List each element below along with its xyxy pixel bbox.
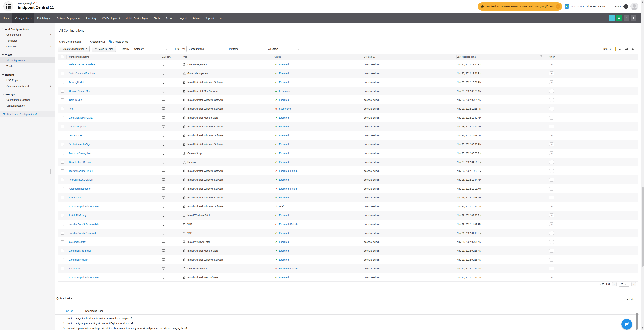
status-label[interactable]: Executed	[279, 249, 289, 252]
content-scrollbar-thumb[interactable]	[636, 313, 638, 330]
configuration-link[interactable]: ZohoMailUpdate	[69, 125, 86, 128]
radio-label[interactable]: Created by All	[90, 40, 105, 43]
row-actions-button[interactable]: ⋯	[549, 267, 554, 270]
row-checkbox[interactable]	[61, 161, 64, 164]
scroll-up-icon[interactable]	[642, 1, 644, 3]
table-row[interactable]: ZohoMailUpdateInstall/Uninstall Windows …	[58, 122, 638, 131]
quick-link-item[interactable]: 3. How do I deploy custom wallpapers to …	[63, 326, 187, 330]
configuration-link[interactable]: Scolastra ArubaSign	[69, 143, 90, 146]
create-configuration-button[interactable]: + Create Configuration	[58, 46, 90, 52]
row-checkbox[interactable]	[61, 214, 64, 217]
configuration-link[interactable]: Update_Skype_Mac	[69, 90, 90, 92]
status-label[interactable]: Executed (Failed)	[279, 267, 298, 270]
status-label[interactable]: Executed	[279, 232, 289, 234]
row-actions-button[interactable]: ⋯	[549, 160, 554, 164]
configuration-link[interactable]: Test	[69, 108, 74, 110]
row-checkbox[interactable]	[61, 72, 64, 75]
feedback-banner[interactable]: Your feedback matters! Review us on G2 a…	[478, 2, 562, 10]
configuration-link[interactable]: Zohomail Installer	[69, 258, 88, 261]
configuration-link[interactable]: BlockUsbStorageMac	[69, 152, 92, 155]
row-actions-button[interactable]: ⋯	[549, 213, 554, 217]
column-header-action[interactable]: Action	[548, 55, 638, 59]
status-label[interactable]: Executed	[279, 116, 289, 119]
nav-lightning-icon[interactable]	[631, 15, 636, 21]
nav-tab-agent[interactable]: Agent	[177, 13, 190, 23]
configuration-link[interactable]: Danea_Update	[69, 81, 85, 84]
table-row[interactable]: TestGiaFraVSCODIUMInstall/Uninstall Wind…	[58, 175, 638, 184]
page-size-select[interactable]: 25	[619, 282, 629, 287]
row-checkbox[interactable]	[61, 152, 64, 155]
table-row[interactable]: AddAdminUser Management✔Executed (Failed…	[58, 264, 638, 273]
filter-select-category[interactable]: Category	[132, 46, 169, 52]
column-header-created-by[interactable]: Created By	[364, 55, 456, 59]
quick-link-item[interactable]: 2. How to configure proxy settings in In…	[63, 321, 187, 326]
status-label[interactable]: Executed (Failed)	[279, 223, 298, 225]
configuration-link[interactable]: Zohomail Mac Install	[69, 249, 90, 252]
nav-tab-tools[interactable]: Tools	[151, 13, 163, 23]
status-label[interactable]: Executed (Failed)	[279, 169, 298, 172]
page-scrollbar[interactable]	[641, 0, 644, 330]
status-label[interactable]: Draft	[279, 205, 284, 208]
table-row[interactable]: Disable the USB drivesRegistry✔Executedd…	[58, 158, 638, 166]
row-checkbox[interactable]	[61, 81, 64, 84]
table-row[interactable]: DeleteUserDaCancellareUser Management✔Ex…	[58, 60, 638, 69]
status-label[interactable]: Executed	[279, 72, 289, 75]
row-checkbox[interactable]	[61, 98, 64, 101]
sidebar-item-usb-reports[interactable]: USB Reports	[0, 77, 54, 83]
nav-tab-configurations[interactable]: Configurations	[12, 13, 34, 23]
nav-tab-support[interactable]: Support	[202, 13, 217, 23]
sidebar-scrollbar-thumb[interactable]	[50, 169, 51, 174]
column-header-type[interactable]: Type	[182, 55, 274, 59]
table-row[interactable]: DisinstallazionePDF24Install/Uninstall W…	[58, 166, 638, 175]
export-icon[interactable]	[630, 47, 634, 51]
row-actions-button[interactable]: ⋯	[549, 63, 554, 66]
quick-links-tab-knowledge-base[interactable]: Knowledge Base	[83, 307, 106, 315]
table-row[interactable]: Danea_UpdateInstall/Uninstall Windows So…	[58, 78, 638, 87]
row-actions-button[interactable]: ⋯	[549, 222, 554, 226]
configuration-link[interactable]: switch-eDotto5-PasswordMac	[69, 223, 100, 225]
row-actions-button[interactable]: ⋯	[549, 178, 554, 182]
status-label[interactable]: Suspended	[279, 108, 291, 110]
table-row[interactable]: Update_Skype_MacInstall/Uninstall Mac So…	[58, 87, 638, 95]
table-row[interactable]: Zohomail Mac InstallInstall/Uninstall Ma…	[58, 246, 638, 255]
row-actions-button[interactable]: ⋯	[549, 231, 554, 235]
table-row[interactable]: switch-eDotto5-PasswordWiFi✔Executeddcen…	[58, 229, 638, 237]
row-actions-button[interactable]: ⋯	[549, 258, 554, 262]
status-label[interactable]: Executed	[279, 134, 289, 137]
filter-select-platform[interactable]: Platform	[227, 46, 262, 52]
nav-tab-admin[interactable]: Admin	[190, 13, 202, 23]
quick-links-hide-button[interactable]: Hide	[626, 298, 634, 300]
help-icon[interactable]: ?	[623, 4, 628, 9]
configuration-link[interactable]: CommonApplicationUpdates	[69, 276, 99, 279]
status-label[interactable]: Executed	[279, 214, 289, 217]
configuration-link[interactable]: TestGiaFraVSCODIUM	[69, 178, 93, 181]
chat-bubble-icon[interactable]	[621, 319, 632, 330]
sidebar-item-script-repository[interactable]: Script Repository	[0, 103, 54, 109]
row-actions-button[interactable]: ⋯	[549, 143, 554, 146]
nav-tab-mobile-device-mgmt[interactable]: Mobile Device Mgmt	[123, 13, 151, 23]
filter-select-configurations[interactable]: Configurations	[186, 46, 222, 52]
status-label[interactable]: In Progress	[279, 90, 291, 92]
row-actions-button[interactable]: ⋯	[549, 71, 554, 75]
nav-tab-os-deployment[interactable]: OS Deployment	[99, 13, 123, 23]
table-row[interactable]: Install 22h2 ornyInstall Windows Patch✔E…	[58, 211, 638, 220]
row-actions-button[interactable]: ⋯	[549, 205, 554, 208]
row-actions-button[interactable]: ⋯	[549, 89, 554, 93]
table-row[interactable]: ZohoMailMacUPDATEInstall/Uninstall Mac S…	[58, 113, 638, 122]
row-checkbox[interactable]	[61, 232, 64, 235]
row-checkbox[interactable]	[61, 169, 64, 172]
status-label[interactable]: Executed	[279, 81, 289, 84]
row-checkbox[interactable]	[61, 187, 64, 190]
row-checkbox[interactable]	[61, 125, 64, 128]
configuration-link[interactable]: DisinstallazionePDF24	[69, 169, 93, 172]
move-to-trash-button[interactable]: Move to Trash	[92, 46, 116, 52]
status-label[interactable]: Executed	[279, 241, 289, 243]
sidebar-item-configuration[interactable]: Configuration›	[0, 32, 54, 38]
row-actions-button[interactable]: ⋯	[549, 196, 554, 199]
status-label[interactable]: Executed	[279, 276, 289, 279]
nav-tab-software-deployment[interactable]: Software Deployment	[54, 13, 83, 23]
row-checkbox[interactable]	[61, 240, 64, 243]
nav-search-icon[interactable]	[616, 15, 622, 21]
configuration-link[interactable]: Conf_Skype	[69, 99, 82, 101]
radio-label[interactable]: Created by Me	[113, 40, 128, 43]
